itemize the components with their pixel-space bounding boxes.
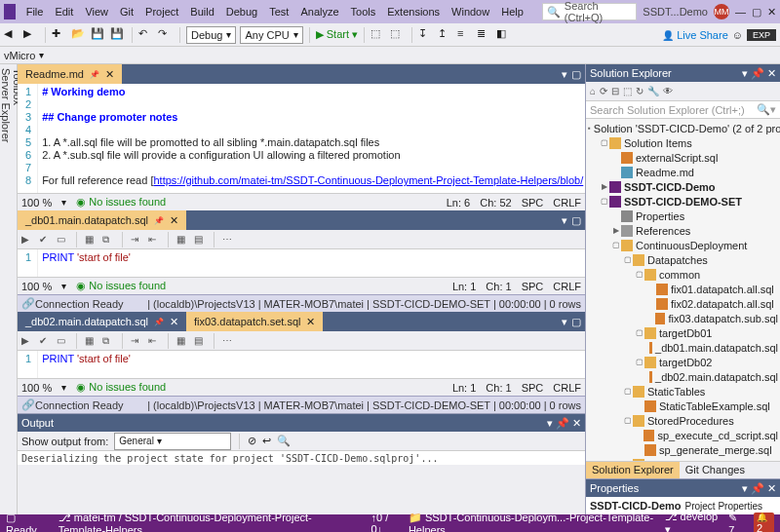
tree-item[interactable]: sp_generate_merge.sql: [586, 442, 780, 457]
indent-icon[interactable]: ⇥: [131, 335, 142, 347]
tree-item[interactable]: ▢targetDb01: [586, 325, 780, 340]
tab-git-changes[interactable]: Git Changes: [680, 462, 751, 478]
menu-build[interactable]: Build: [185, 4, 218, 19]
solution-search-input[interactable]: Search Solution Explorer (Ctrl+;) 🔍▾: [586, 101, 780, 119]
menu-analyze[interactable]: Analyze: [295, 4, 343, 19]
issues-indicator[interactable]: ◉ No issues found: [76, 381, 166, 394]
configuration-dropdown[interactable]: Debug ▾: [186, 26, 236, 44]
results-icon[interactable]: ▦: [85, 234, 97, 246]
check-icon[interactable]: ✔: [39, 335, 51, 347]
menu-debug[interactable]: Debug: [221, 4, 262, 19]
tab-overflow-icon[interactable]: ▾: [562, 316, 567, 328]
tree-twisty-icon[interactable]: ▪: [588, 124, 591, 133]
tree-twisty-icon[interactable]: ▢: [600, 138, 609, 147]
check-icon[interactable]: ✔: [39, 234, 51, 246]
text-icon[interactable]: ▤: [194, 335, 206, 347]
close-tab-icon[interactable]: ✕: [170, 316, 178, 328]
live-share-button[interactable]: 👤 Live Share: [662, 29, 727, 41]
close-tab-icon[interactable]: ✕: [105, 68, 114, 81]
pin-icon[interactable]: ▾ 📌 ✕: [742, 67, 776, 80]
grid-icon[interactable]: ▦: [176, 234, 188, 246]
exp-badge[interactable]: EXP: [747, 29, 776, 41]
menu-help[interactable]: Help: [496, 4, 528, 19]
menu-file[interactable]: File: [21, 4, 49, 19]
maximize-pane-icon[interactable]: ▢: [571, 316, 581, 328]
tree-item[interactable]: ▪Solution 'SSDT-CICD-Demo' (2 of 2 proje…: [586, 121, 780, 135]
save-icon[interactable]: 💾: [91, 27, 106, 43]
code-editor[interactable]: 12345678# Working demo## Change promoter…: [18, 84, 585, 193]
minimize-button[interactable]: ―: [735, 6, 746, 18]
tree-item[interactable]: ▢StaticTables: [586, 384, 780, 399]
results-icon[interactable]: ▦: [85, 335, 97, 347]
tree-twisty-icon[interactable]: ▢: [635, 270, 644, 279]
pin-icon[interactable]: 📌: [154, 318, 164, 326]
undo-icon[interactable]: ↶: [138, 27, 154, 43]
show-all-icon[interactable]: ⬚: [623, 86, 632, 96]
tree-item[interactable]: sp_execute_cd_script.sql: [586, 428, 780, 442]
close-tab-icon[interactable]: ✕: [170, 214, 178, 227]
tree-twisty-icon[interactable]: ▢: [635, 328, 644, 337]
menu-edit[interactable]: Edit: [50, 4, 78, 19]
editor-tab[interactable]: _db01.main.datapatch.sql📌✕: [18, 210, 186, 230]
outgoing-commits[interactable]: ↑0 / 0↓: [371, 512, 399, 532]
toolbar-icon[interactable]: ↧: [418, 27, 434, 43]
sync-icon[interactable]: ⟳: [600, 86, 607, 96]
tree-item[interactable]: ▢StoredProcedures: [586, 413, 780, 428]
refresh-icon[interactable]: ↻: [636, 86, 644, 96]
editor-tab[interactable]: Readme.md📌✕: [18, 64, 122, 84]
grid-icon[interactable]: ▦: [176, 335, 188, 347]
tree-item[interactable]: ▢Datapatches: [586, 252, 780, 267]
toolbar-icon[interactable]: ≡: [457, 27, 473, 43]
tree-item[interactable]: ▢SSDT-CICD-DEMO-SET: [586, 194, 780, 209]
output-text[interactable]: Deserializing the project state for proj…: [18, 451, 585, 465]
db-icon[interactable]: ▭: [57, 335, 68, 347]
outdent-icon[interactable]: ⇤: [148, 234, 160, 246]
outdent-icon[interactable]: ⇤: [148, 335, 160, 347]
editor-tab[interactable]: _db02.main.datapatch.sql📌✕: [18, 312, 186, 331]
zoom-level[interactable]: 100 %: [21, 197, 52, 209]
tree-item[interactable]: externalScript.sql: [586, 150, 780, 165]
nav-back-icon[interactable]: ◀: [4, 27, 20, 43]
menu-tools[interactable]: Tools: [346, 4, 381, 19]
tree-item[interactable]: ▢common: [586, 267, 780, 282]
properties-icon[interactable]: 🔧: [647, 86, 659, 96]
more-icon[interactable]: ⋯: [222, 234, 234, 246]
feedback-icon[interactable]: ☺: [732, 29, 743, 41]
zoom-level[interactable]: 100 %: [21, 281, 52, 292]
toolbar-icon[interactable]: ↥: [438, 27, 453, 43]
tree-twisty-icon[interactable]: ▶: [611, 226, 621, 235]
editor-tab[interactable]: fix03.datapatch.set.sql✕: [186, 312, 323, 331]
code-editor[interactable]: 1PRINT 'start of file': [18, 351, 585, 378]
maximize-pane-icon[interactable]: ▢: [571, 68, 581, 81]
tree-item[interactable]: Properties: [586, 209, 780, 223]
menu-project[interactable]: Project: [140, 4, 183, 19]
maximize-pane-icon[interactable]: ▢: [571, 214, 581, 227]
pin-icon[interactable]: ▾ 📌 ✕: [547, 417, 581, 430]
solution-tree[interactable]: ▪Solution 'SSDT-CICD-Demo' (2 of 2 proje…: [586, 119, 780, 461]
execute-icon[interactable]: ▶: [21, 335, 33, 347]
toolbar-icon[interactable]: ⬚: [390, 27, 406, 43]
tree-item[interactable]: ▶SSDT-CICD-Demo: [586, 179, 780, 194]
platform-dropdown[interactable]: Any CPU ▾: [240, 26, 302, 44]
close-tab-icon[interactable]: ✕: [306, 316, 315, 328]
tree-twisty-icon[interactable]: ▢: [623, 255, 633, 264]
output-source-dropdown[interactable]: General ▾: [114, 433, 231, 450]
more-icon[interactable]: ⋯: [222, 335, 234, 347]
branch-name[interactable]: ⎇ develop ▾: [665, 511, 720, 532]
db-icon[interactable]: ▭: [57, 234, 68, 246]
save-all-icon[interactable]: 💾: [110, 27, 126, 43]
maximize-button[interactable]: ▢: [752, 6, 761, 19]
plan-icon[interactable]: ⧉: [102, 234, 114, 246]
menu-git[interactable]: Git: [115, 4, 138, 19]
execute-icon[interactable]: ▶: [21, 234, 33, 246]
text-icon[interactable]: ▤: [194, 234, 206, 246]
start-button[interactable]: ▶ Start ▾: [316, 28, 358, 41]
quick-search-input[interactable]: 🔍 Search (Ctrl+Q): [542, 3, 638, 20]
tree-twisty-icon[interactable]: ▢: [635, 358, 644, 366]
clear-icon[interactable]: ⊘: [248, 435, 256, 447]
pin-icon[interactable]: 📌: [90, 70, 99, 79]
menu-view[interactable]: View: [80, 4, 113, 19]
tree-item[interactable]: _db01.main.datapatch.sql: [586, 340, 780, 355]
vmicro-menu[interactable]: vMicro: [4, 50, 35, 61]
tree-item[interactable]: StaticTableExample.sql: [586, 399, 780, 413]
